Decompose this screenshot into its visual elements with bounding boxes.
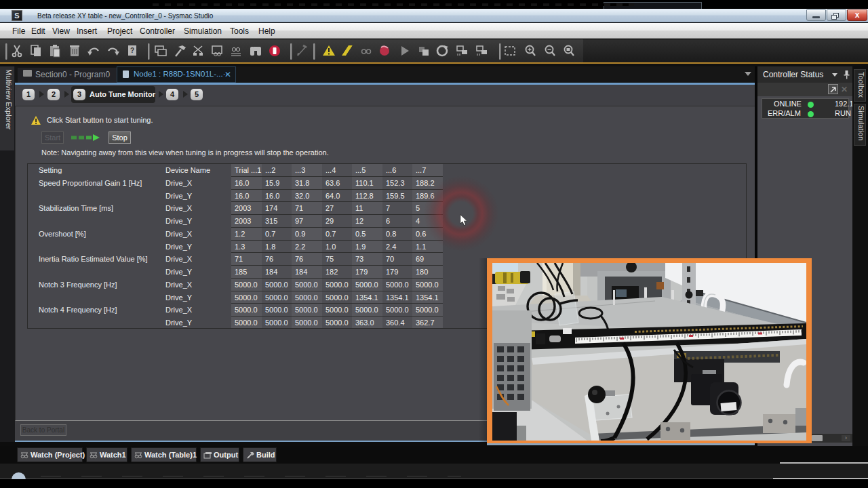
svg-text:?: ? — [130, 47, 134, 54]
